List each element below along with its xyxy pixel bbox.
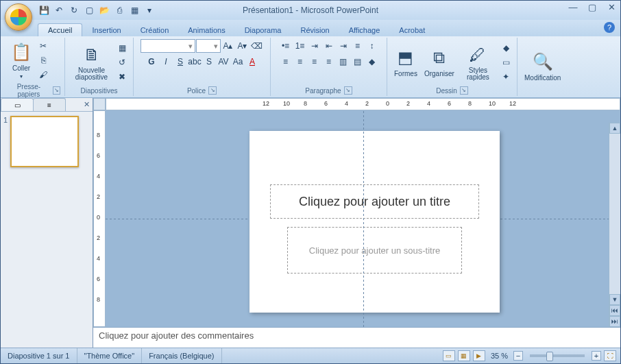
slide[interactable]: Cliquez pour ajouter un titre Cliquez po…: [249, 131, 500, 313]
scroll-up-icon[interactable]: ▲: [609, 123, 620, 134]
copy-icon[interactable]: ⎘: [36, 53, 50, 67]
zoom-in-button[interactable]: +: [592, 351, 601, 361]
slides-tab[interactable]: ▭: [1, 98, 34, 111]
help-button[interactable]: ?: [604, 22, 615, 33]
language[interactable]: Français (Belgique): [142, 348, 221, 363]
office-button[interactable]: [5, 3, 32, 31]
paragraph-dialog-launcher[interactable]: ↘: [344, 86, 352, 95]
theme-name[interactable]: "Thème Office": [77, 348, 143, 363]
reset-icon[interactable]: ↺: [115, 56, 129, 69]
panel-tabs: ▭ ≡ ✕: [1, 98, 93, 112]
scroll-down-icon[interactable]: ▼: [609, 294, 620, 305]
group-font-label: Police: [187, 87, 206, 95]
text-direction-icon[interactable]: ↕: [365, 39, 379, 53]
tab-diaporama[interactable]: Diaporama: [235, 24, 291, 36]
open-icon[interactable]: 📂: [98, 4, 110, 16]
outdent-icon[interactable]: ⇤: [322, 39, 336, 53]
fit-window-button[interactable]: ⛶: [604, 350, 616, 361]
group-paragraph-label: Paragraphe: [305, 87, 341, 95]
thumb-preview[interactable]: [10, 116, 79, 167]
line-spacing-icon[interactable]: ≡: [351, 39, 365, 53]
delete-icon[interactable]: ✖: [115, 70, 129, 84]
shapes-button[interactable]: ⬒Formes: [391, 45, 420, 79]
align-left-icon[interactable]: ≡: [279, 55, 293, 69]
repeat-icon[interactable]: ↻: [68, 4, 80, 16]
tab-revision[interactable]: Révision: [291, 24, 339, 36]
sorter-view-button[interactable]: ▦: [458, 350, 470, 361]
format-painter-icon[interactable]: 🖌: [36, 68, 50, 82]
tab-affichage[interactable]: Affichage: [339, 24, 390, 36]
quickprint-icon[interactable]: ⎙: [113, 4, 125, 16]
slide-thumbnail[interactable]: 1: [3, 116, 90, 167]
next-slide-button[interactable]: ⏭: [609, 316, 620, 327]
tab-insertion[interactable]: Insertion: [82, 24, 130, 36]
maximize-button[interactable]: ▢: [586, 2, 598, 14]
vertical-scrollbar[interactable]: ▲ ▼ ⏮ ⏭: [609, 123, 620, 327]
new-slide-button[interactable]: 🗎 Nouvelle diapositive: [69, 43, 114, 82]
grow-font-icon[interactable]: A▴: [221, 39, 235, 53]
numbering-icon[interactable]: 1≡: [293, 39, 307, 53]
clear-format-icon[interactable]: ⌫: [250, 39, 264, 53]
cut-icon[interactable]: ✂: [36, 39, 50, 53]
title-placeholder[interactable]: Cliquez pour ajouter un titre: [270, 184, 479, 219]
thumbnail-list[interactable]: 1: [1, 112, 93, 348]
font-size-combo[interactable]: ▾: [196, 39, 221, 53]
close-button[interactable]: ✕: [605, 2, 618, 14]
minimize-button[interactable]: —: [567, 2, 579, 14]
qat-more-icon[interactable]: ▾: [143, 4, 156, 16]
change-case-icon[interactable]: Aa: [231, 55, 245, 69]
panel-close-icon[interactable]: ✕: [84, 100, 90, 109]
zoom-slider[interactable]: [530, 354, 585, 357]
subtitle-placeholder[interactable]: Cliquez pour ajouter un sous-titre: [287, 227, 462, 274]
outline-tab[interactable]: ≡: [33, 98, 66, 111]
paste-button[interactable]: 📋 Coller ▾: [8, 40, 35, 81]
tab-acrobat[interactable]: Acrobat: [389, 24, 435, 36]
strike-button[interactable]: abc: [188, 55, 202, 69]
char-spacing-icon[interactable]: AV: [217, 55, 230, 69]
zoom-out-button[interactable]: −: [513, 351, 523, 361]
shape-outline-icon[interactable]: ▭: [499, 56, 513, 69]
font-dialog-launcher[interactable]: ↘: [208, 86, 217, 95]
horizontal-ruler[interactable]: 12 10 8 6 4 2 0 2 4 6 8 10 12: [106, 98, 620, 110]
align-text-icon[interactable]: ▤: [351, 55, 365, 69]
shape-fill-icon[interactable]: ◆: [499, 41, 513, 55]
notes-pane[interactable]: Cliquez pour ajouter des commentaires: [93, 327, 620, 348]
underline-button[interactable]: S: [173, 55, 187, 69]
indent-icon[interactable]: ⇥: [337, 39, 350, 53]
drawing-dialog-launcher[interactable]: ↘: [460, 86, 468, 95]
slide-position[interactable]: Diapositive 1 sur 1: [1, 348, 77, 363]
columns-icon[interactable]: ▥: [337, 55, 350, 69]
italic-button[interactable]: I: [159, 55, 173, 69]
font-color-icon[interactable]: A: [245, 55, 259, 69]
tab-creation[interactable]: Création: [131, 24, 179, 36]
layout-icon[interactable]: ▦: [115, 41, 129, 55]
list-level-icon[interactable]: ⇥: [308, 39, 321, 53]
save-icon[interactable]: 💾: [38, 4, 50, 16]
arrange-button[interactable]: ⧉Organiser: [422, 45, 457, 79]
bullets-icon[interactable]: •≡: [279, 39, 293, 53]
slide-canvas[interactable]: Cliquez pour ajouter un titre Cliquez po…: [106, 110, 620, 327]
shadow-button[interactable]: S: [202, 55, 216, 69]
smartart-icon[interactable]: ◆: [365, 55, 379, 69]
normal-view-button[interactable]: ▭: [443, 350, 455, 361]
font-name-combo[interactable]: ▾: [141, 39, 195, 53]
shape-effects-icon[interactable]: ✦: [499, 70, 513, 84]
align-right-icon[interactable]: ≡: [308, 55, 321, 69]
clipboard-dialog-launcher[interactable]: ↘: [53, 86, 60, 95]
shrink-font-icon[interactable]: A▾: [236, 39, 249, 53]
preview-icon[interactable]: ▦: [128, 4, 141, 16]
new-icon[interactable]: ▢: [83, 4, 95, 16]
tab-accueil[interactable]: Accueil: [38, 23, 82, 36]
slideshow-view-button[interactable]: ▶: [473, 350, 485, 361]
prev-slide-button[interactable]: ⏮: [609, 305, 620, 316]
find-button[interactable]: 🔍Modification: [522, 49, 563, 83]
zoom-level[interactable]: 35 %: [491, 352, 508, 360]
vertical-ruler[interactable]: 8 6 4 2 0 2 4 6 8: [93, 110, 106, 327]
undo-icon[interactable]: ↶: [53, 4, 65, 16]
chevron-down-icon: ▾: [214, 42, 218, 51]
bold-button[interactable]: G: [145, 55, 158, 69]
tab-animations[interactable]: Animations: [178, 24, 234, 36]
align-center-icon[interactable]: ≡: [293, 55, 307, 69]
justify-icon[interactable]: ≡: [322, 55, 336, 69]
quick-styles-button[interactable]: 🖊Styles rapides: [459, 43, 498, 82]
